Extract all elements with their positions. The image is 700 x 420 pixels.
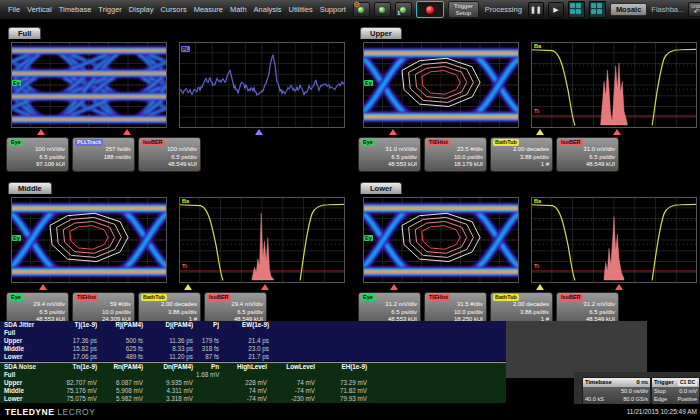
marker-hist[interactable] xyxy=(615,284,623,290)
tie-trace-label: Ti xyxy=(181,263,188,269)
timebase-descriptor[interactable]: Timebase0 ns 50.0 ns/div 40.0 kS80.0 GS/… xyxy=(582,377,651,405)
menu-vertical[interactable]: Vertical xyxy=(27,5,52,14)
plot-pll-full[interactable]: PL xyxy=(179,42,345,128)
tie-trace-label: Ti xyxy=(533,108,540,114)
marker-bathtub[interactable] xyxy=(536,129,544,135)
pause-button[interactable]: ❚❚ xyxy=(528,2,544,18)
table-row: Full 1.68 mV xyxy=(0,371,506,379)
processing-label: Processing xyxy=(483,5,524,14)
trace-chip: IsoBER xyxy=(559,139,583,146)
trace-chip: Eye xyxy=(361,139,375,146)
table-row: Upper 17.36 ps 500 fs 11.36 ps 179 fs 21… xyxy=(0,337,506,345)
pll-trace-label: PL xyxy=(181,46,190,52)
menu-timebase[interactable]: Timebase xyxy=(59,5,92,14)
menu-analysis[interactable]: Analysis xyxy=(254,5,282,14)
descriptor-tiehist[interactable]: TIEHist 23.5 #/div 10.0 ps/div 18.179 kU… xyxy=(424,137,487,172)
menu-measure[interactable]: Measure xyxy=(194,5,223,14)
plot-eye-full[interactable]: Ey xyxy=(11,42,167,128)
bathtub-trace-label: Ba xyxy=(181,198,190,204)
table-row: Middle 75.176 mV 5.908 mV 4.311 mV 74 mV… xyxy=(0,387,506,395)
marker-pll[interactable] xyxy=(255,129,263,135)
undo-arrow-icon: ↶ xyxy=(689,9,700,15)
marker-trigger[interactable] xyxy=(389,129,397,135)
plot-bathtub-middle[interactable]: Ba Ti xyxy=(179,197,345,283)
app-status-icon-1[interactable]: 1 xyxy=(395,2,412,17)
trace-chip: BathTub xyxy=(493,139,519,146)
eye-trace-label: Ey xyxy=(364,80,373,86)
marker-hist[interactable] xyxy=(613,129,621,135)
app-status-icon-2[interactable] xyxy=(374,2,391,17)
trace-chip: Eye xyxy=(9,139,23,146)
trigger-source-badge: C1 DC xyxy=(678,379,697,386)
trigger-setup-button[interactable]: TriggerSetup xyxy=(448,1,479,18)
plot-eye-middle[interactable]: Ey xyxy=(11,197,167,283)
undo-button[interactable]: Undo↶ xyxy=(688,2,700,17)
acquisition-stop-button[interactable] xyxy=(416,1,444,18)
bottom-bar: TELEDYNELECROY 11/21/2015 10:25:49 AM xyxy=(0,404,700,420)
marker-trigger[interactable] xyxy=(123,129,131,135)
table-row: Middle 15.82 ps 625 fs 8.33 ps 318 fs 23… xyxy=(0,345,506,353)
jitter-title: SDA Jitter xyxy=(0,321,54,329)
menu-display[interactable]: Display xyxy=(129,5,154,14)
tab-lower[interactable]: Lower xyxy=(360,182,402,194)
descriptor-eye[interactable]: Eye 100 mV/div 6.5 ps/div 97.106 kUI xyxy=(6,137,69,172)
marker-trigger[interactable] xyxy=(39,284,47,290)
trace-chip: TIEHist xyxy=(427,294,450,301)
trace-chip: TIEHist xyxy=(75,294,98,301)
app-status-icon-gear[interactable]: ⚙ xyxy=(353,2,370,17)
tab-middle[interactable]: Middle xyxy=(8,182,52,194)
descriptor-eye[interactable]: Eye 31.0 mV/div 6.5 ps/div 48.553 kUI xyxy=(358,137,421,172)
descriptor-isober[interactable]: IsoBER 31.0 mV/div 6.5 ps/div 48.549 kUI xyxy=(556,137,619,172)
marker-hist[interactable] xyxy=(261,284,269,290)
menu-file[interactable]: File xyxy=(8,5,20,14)
tab-upper[interactable]: Upper xyxy=(360,27,402,39)
menu-cursors[interactable]: Cursors xyxy=(160,5,186,14)
trace-chip: IsoBER xyxy=(141,139,165,146)
flashback-label[interactable]: Flashba... xyxy=(651,5,684,14)
bathtub-trace-label: Ba xyxy=(533,198,542,204)
eye-trace-label: Ey xyxy=(12,80,21,86)
sda-noise-table: SDA Noise Tn(1e-9) Rn(PAM4) Dn(PAM4) Pn … xyxy=(0,362,506,403)
marker-bathtub[interactable] xyxy=(184,284,192,290)
record-dot-icon xyxy=(425,5,435,15)
mosaic-button[interactable]: Mosaic xyxy=(610,3,647,16)
menu-utilities[interactable]: Utilities xyxy=(289,5,313,14)
status-orb-icon xyxy=(400,7,406,13)
table-row: Lower 17.06 ps 489 fs 11.20 ps 87 fs 21.… xyxy=(0,353,506,361)
scope-screen: File Vertical Timebase Trigger Display C… xyxy=(0,0,700,420)
panel-lower: Lower Ey Ba Ti Eye 31.2 mV/div 6.5 ps/di… xyxy=(354,177,700,319)
menu-math[interactable]: Math xyxy=(230,5,247,14)
status-orb-icon xyxy=(379,7,385,13)
trace-chip: Eye xyxy=(9,294,23,301)
tab-full[interactable]: Full xyxy=(8,27,41,39)
plot-bathtub-lower[interactable]: Ba Ti xyxy=(531,197,697,283)
menu-trigger[interactable]: Trigger xyxy=(98,5,121,14)
gear-icon: ⚙ xyxy=(353,0,360,9)
trace-chip: BathTub xyxy=(493,294,519,301)
plot-eye-upper[interactable]: Ey xyxy=(363,42,519,128)
bathtub-trace-label: Ba xyxy=(533,43,542,49)
mosaic-grid-icon[interactable] xyxy=(568,1,585,18)
trace-chip: PLLTrack xyxy=(75,139,103,146)
descriptor-plltrack[interactable]: PLLTrack 357 fs/div 188 ns/div xyxy=(72,137,135,172)
eye-trace-label: Ey xyxy=(364,235,373,241)
descriptor-bathtub[interactable]: BathTub 2.00 decades 3.88 ps/div 1 # xyxy=(490,137,553,172)
play-button[interactable]: ▶ xyxy=(548,2,564,18)
menu-support[interactable]: Support xyxy=(320,5,346,14)
trigger-descriptor[interactable]: TriggerC1 DC Stop0.0 mV EdgePositive xyxy=(651,377,700,405)
table-row: Full xyxy=(0,329,506,337)
marker-bathtub[interactable] xyxy=(536,284,544,290)
plot-bathtub-upper[interactable]: Ba Ti xyxy=(531,42,697,128)
descriptor-isober[interactable]: IsoBER 100 mV/div 6.5 ps/div 48.549 kUI xyxy=(138,137,201,172)
mosaic-grid-icon-2[interactable] xyxy=(589,1,606,18)
timestamp: 11/21/2015 10:25:49 AM xyxy=(627,408,697,415)
trace-chip: IsoBER xyxy=(207,294,231,301)
marker-trigger[interactable] xyxy=(37,129,45,135)
empty-region xyxy=(506,321,647,378)
trace-chip: Eye xyxy=(361,294,375,301)
panel-full: Full Ey PL Eye 100 mV/div 6.5 ps/div 97.… xyxy=(2,22,352,175)
tie-trace-label: Ti xyxy=(533,263,540,269)
plot-eye-lower[interactable]: Ey xyxy=(363,197,519,283)
table-row: Upper 82.707 mV 6.087 mV 9.935 mV 228 mV… xyxy=(0,379,506,387)
marker-trigger[interactable] xyxy=(390,284,398,290)
